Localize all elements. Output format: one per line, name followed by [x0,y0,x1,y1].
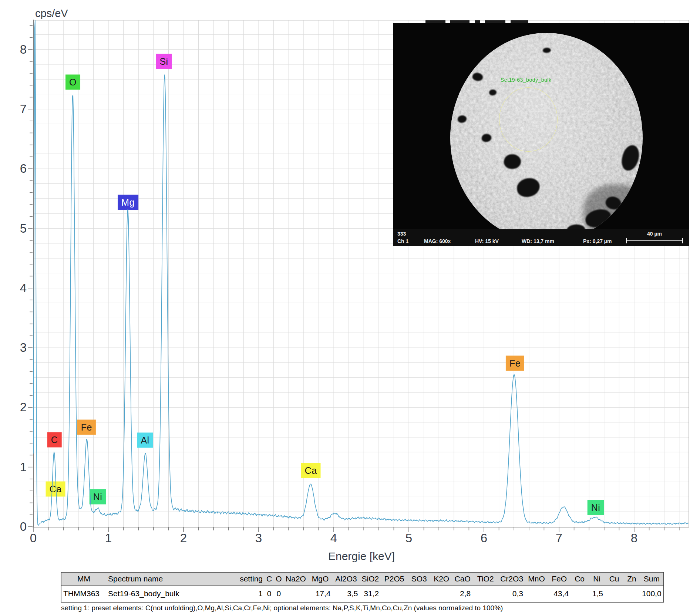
inset-top-dash [511,20,528,23]
value-cell-Cu [605,585,623,602]
value-cell-SiO2: 31,2 [360,585,381,602]
sem-pixel-size: Px: 0,27 µm [583,238,612,244]
value-cell-P2O5 [381,585,408,602]
column-header-Spectrum-name: Spectrum name [106,572,237,585]
element-label-Al: Al [137,433,153,448]
element-label-Fe: Fe [506,356,524,371]
value-cell-Ni: 1,5 [589,585,605,602]
value-cell-Zn [623,585,640,602]
sem-scale-tick-left [626,238,627,243]
sem-working-distance: WD: 13,7 mm [522,238,554,244]
inset-top-dash [485,20,505,23]
column-header-P2O5: P2O5 [381,572,408,585]
column-header-Zn: Zn [623,572,640,585]
column-header-Cu: Cu [605,572,623,585]
element-label-Mg: Mg [118,195,138,210]
element-label-Ni: Ni [588,500,604,515]
column-header-MM: MM [61,572,106,585]
column-header-Na2O: Na2O [284,572,308,585]
sem-caption-bar: 333 Ch 1 MAG: 600x HV: 15 kV WD: 13,7 mm… [393,229,689,246]
column-header-C: C [265,572,274,585]
sem-channel: Ch 1 [397,238,408,244]
inset-top-dash [450,20,470,23]
sem-inset-image: Set19-63_body_bulk 333 Ch 1 MAG: 600x HV… [393,23,689,246]
element-label-Ca: Ca [46,482,65,497]
value-cell-K2O [430,585,452,602]
column-header-SO3: SO3 [408,572,430,585]
column-header-Cr2O3: Cr2O3 [498,572,525,585]
value-cell-TiO2 [472,585,498,602]
sem-scale-label: 40 µm [626,231,683,237]
column-header-K2O: K2O [430,572,452,585]
value-cell-MM: THMM363 [61,585,106,602]
value-cell-Sum: 100,0 [640,585,664,602]
element-label-Ca: Ca [301,463,321,478]
value-cell-CaO: 2,8 [452,585,472,602]
column-header-MnO: MnO [525,572,548,585]
element-label-C: C [47,432,62,447]
element-label-Ni: Ni [90,489,106,505]
table-header-row: MMSpectrum namesettingCONa2OMgOAl2O3SiO2… [61,572,664,585]
element-label-Si: Si [156,54,172,69]
composition-table: MMSpectrum namesettingCONa2OMgOAl2O3SiO2… [61,572,664,603]
column-header-Sum: Sum [640,572,664,585]
table-footnote: setting 1: preset elements: C(not unfold… [61,604,503,612]
column-header-FeO: FeO [548,572,571,585]
sem-high-voltage: HV: 15 kV [475,238,499,244]
element-label-O: O [65,75,80,90]
table-row: THMM363Set19-63_body_bulk10017,43,531,22… [61,585,664,602]
column-header-setting: setting [237,572,265,585]
value-cell-O: 0 [274,585,283,602]
sem-scale-tick-right [682,238,683,243]
column-header-Co: Co [571,572,589,585]
column-header-Ni: Ni [589,572,605,585]
value-cell-Cr2O3: 0,3 [498,585,525,602]
value-cell-C: 0 [265,585,274,602]
sem-id: 333 [397,231,406,237]
inset-top-dash [425,20,445,23]
column-header-MgO: MgO [308,572,333,585]
eds-report-page: { "chart": { "y_axis_title": "cps/eV", "… [0,0,700,614]
value-cell-Co [571,585,589,602]
value-cell-setting: 1 [237,585,265,602]
value-cell-Na2O [284,585,308,602]
value-cell-MnO [525,585,548,602]
column-header-TiO2: TiO2 [472,572,498,585]
element-label-Fe: Fe [77,419,96,435]
sem-sample-label: Set19-63_body_bulk [501,77,551,83]
sem-analysis-roi-ellipse [499,87,558,152]
column-header-SiO2: SiO2 [360,572,381,585]
value-cell-SO3 [408,585,430,602]
sem-scale-line [626,240,683,241]
sem-scale-bar: 40 µm [626,230,683,244]
column-header-CaO: CaO [452,572,472,585]
value-cell-FeO: 43,4 [548,585,571,602]
column-header-O: O [274,572,283,585]
sem-magnification: MAG: 600x [424,238,451,244]
inset-top-dash [475,20,480,23]
value-cell-MgO: 17,4 [308,585,333,602]
value-cell-Al2O3: 3,5 [333,585,360,602]
value-cell-Spectrum-name: Set19-63_body_bulk [106,585,237,602]
column-header-Al2O3: Al2O3 [333,572,360,585]
